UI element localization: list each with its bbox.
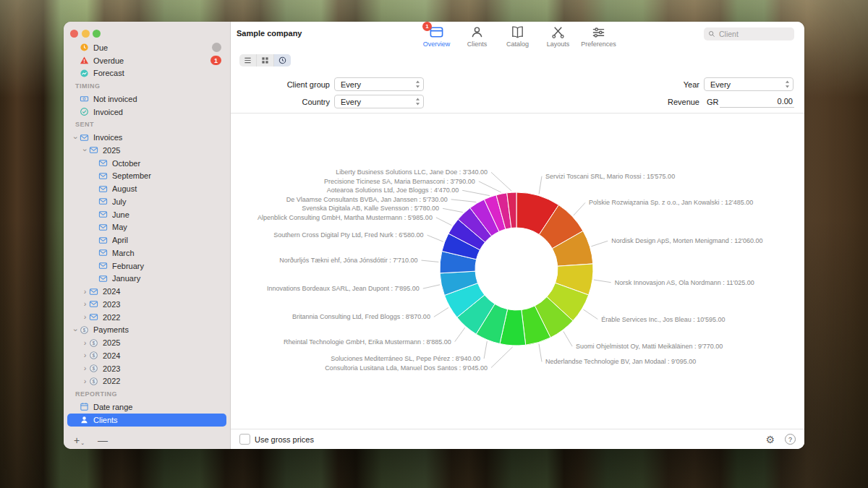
- sidebar-item-label: Date range: [93, 403, 221, 411]
- chart-label-line: [594, 280, 611, 283]
- chart-label: Soluciones Mediterráneo SL, Pepe Pérez :…: [331, 355, 480, 362]
- sidebar-item-september[interactable]: September: [67, 170, 226, 183]
- chart-label-line: [434, 307, 448, 317]
- sidebar-item-2024[interactable]: ›2024: [67, 285, 226, 298]
- chart-label-line: [436, 218, 452, 226]
- help-button[interactable]: ?: [785, 434, 796, 445]
- sidebar-item-2024[interactable]: ›$2024: [67, 349, 226, 362]
- sidebar-item-2023[interactable]: ›2023: [67, 298, 226, 311]
- sidebar-item-march[interactable]: March: [67, 247, 226, 260]
- disclosure-chevron[interactable]: ›: [81, 313, 89, 321]
- overdue-icon: !: [80, 56, 91, 66]
- time-view-button[interactable]: [273, 54, 291, 67]
- preferences-icon: [591, 25, 606, 40]
- chart-label-line: [574, 202, 585, 215]
- search-icon: [708, 30, 715, 38]
- toolbar-item-overview[interactable]: 1 Overview: [419, 24, 455, 48]
- minimize-button[interactable]: [82, 30, 90, 38]
- toolbar-item-layouts[interactable]: Layouts: [540, 24, 576, 48]
- envelope-icon: [89, 312, 101, 322]
- sidebar-item-july[interactable]: July: [67, 195, 226, 208]
- toolbar-item-catalog[interactable]: Catalog: [500, 24, 536, 48]
- sidebar-item-august[interactable]: August: [67, 182, 226, 195]
- disclosure-chevron[interactable]: ›: [81, 339, 89, 347]
- sidebar-item-february[interactable]: February: [67, 260, 226, 273]
- revenue-donut-chart: Servizi Toscani SRL, Mario Rossi : 15'57…: [231, 113, 804, 429]
- sidebar-badge: [212, 43, 221, 52]
- chart-label-line: [423, 285, 440, 288]
- sidebar-item-may[interactable]: May: [67, 221, 226, 234]
- disclosure-chevron[interactable]: ›: [81, 146, 89, 154]
- sidebar-item-due[interactable]: Due: [67, 41, 226, 54]
- toolbar-item-label: Clients: [467, 40, 488, 48]
- envelope-icon: [98, 158, 110, 168]
- chart-label-line: [479, 181, 501, 192]
- sidebar-item-clients[interactable]: Clients: [67, 414, 226, 427]
- chart-label: De Vlaamse Consultants BVBA, Jan Janssen…: [286, 196, 448, 203]
- disclosure-chevron[interactable]: ›: [81, 377, 89, 385]
- remove-button[interactable]: —: [98, 435, 108, 446]
- toolbar-item-clients[interactable]: Clients: [459, 24, 495, 48]
- sidebar-section-timing: TIMING: [67, 80, 226, 93]
- sidebar-item-january[interactable]: January: [67, 273, 226, 286]
- catalog-icon-wrap: [510, 24, 525, 40]
- sidebar-item-label: June: [112, 210, 221, 219]
- svg-text:$: $: [93, 379, 95, 384]
- catalog-icon: [510, 25, 525, 40]
- sidebar-item-label: April: [112, 236, 221, 244]
- chart-label-line: [591, 241, 608, 247]
- sidebar-item-date-range[interactable]: Date range: [67, 401, 226, 414]
- disclosure-chevron[interactable]: ›: [81, 364, 89, 372]
- svg-text:$: $: [93, 341, 95, 346]
- sidebar-item-april[interactable]: April: [67, 234, 226, 247]
- toolbar-item-preferences[interactable]: Preferences: [581, 24, 617, 48]
- revenue-input[interactable]: [720, 95, 794, 108]
- close-button[interactable]: [70, 30, 78, 38]
- envelope-icon: [89, 286, 101, 296]
- sidebar-item-2023[interactable]: ›$2023: [67, 362, 226, 375]
- year-select[interactable]: Every: [704, 77, 793, 91]
- sidebar-item-label: Overdue: [93, 56, 210, 65]
- clients-icon-wrap: [469, 24, 485, 40]
- sidebar-item-label: 2023: [103, 300, 221, 309]
- sidebar-item-2022[interactable]: ›$2022: [67, 375, 226, 388]
- envelope-icon: [98, 210, 110, 220]
- sidebar-item-june[interactable]: June: [67, 208, 226, 221]
- disclosure-chevron[interactable]: ›: [81, 300, 89, 308]
- zoom-button[interactable]: [93, 30, 101, 38]
- envelope-icon: [98, 261, 110, 271]
- search-field[interactable]: [704, 27, 794, 40]
- disclosure-chevron[interactable]: ›: [72, 134, 80, 142]
- envelope-icon: [98, 184, 110, 194]
- chart-label-line: [427, 235, 443, 241]
- sidebar-item-2025[interactable]: ›$2025: [67, 336, 226, 349]
- sidebar-item-payments[interactable]: ›$Payments: [67, 324, 226, 337]
- sidebar-item-invoices[interactable]: ›Invoices: [67, 131, 226, 144]
- sidebar-item-overdue[interactable]: !Overdue1: [67, 54, 226, 67]
- stepper-icon: [415, 98, 420, 106]
- list-view-button[interactable]: [239, 54, 256, 67]
- sidebar-item-forecast[interactable]: Forecast: [67, 67, 226, 80]
- client-group-label: Client group: [231, 80, 330, 89]
- sidebar-item-october[interactable]: October: [67, 157, 226, 170]
- country-select[interactable]: Every: [334, 95, 424, 108]
- chart-label-line: [491, 172, 511, 191]
- disclosure-chevron[interactable]: ›: [72, 326, 80, 334]
- gross-prices-checkbox[interactable]: [239, 434, 250, 445]
- chart-label: Alpenblick Consulting GmbH, Martha Muste…: [258, 214, 433, 221]
- sidebar-item-invoiced[interactable]: Invoiced: [67, 106, 226, 119]
- grid-view-button[interactable]: [256, 54, 273, 67]
- selected-value: Every: [341, 98, 361, 106]
- gear-icon[interactable]: ⚙: [765, 435, 775, 445]
- sidebar-item-2022[interactable]: ›2022: [67, 311, 226, 324]
- client-group-select[interactable]: Every: [334, 77, 424, 91]
- disclosure-chevron[interactable]: ›: [81, 288, 89, 296]
- clients-icon: [469, 25, 485, 40]
- disclosure-chevron[interactable]: ›: [81, 351, 89, 359]
- add-button[interactable]: +⌄: [74, 435, 85, 446]
- search-input[interactable]: [718, 29, 790, 39]
- sidebar-item-2025[interactable]: ›2025: [67, 144, 226, 157]
- sidebar-item-not-invoiced[interactable]: Not invoiced: [67, 93, 226, 106]
- chart-label: Innovations Bordeaux SARL, Jean Dupont :…: [267, 285, 420, 292]
- toolbar-item-label: Preferences: [581, 40, 616, 48]
